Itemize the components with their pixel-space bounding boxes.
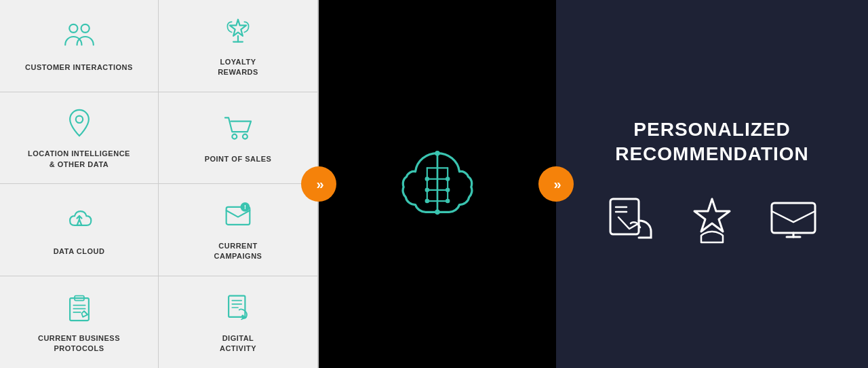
right-arrow-button[interactable]: »: [538, 166, 574, 202]
current-business-protocols-label: CURRENT BUSINESSPROTOCOLS: [38, 333, 120, 354]
svg-rect-50: [772, 203, 815, 233]
svg-point-22: [241, 314, 243, 316]
customer-interactions-label: CUSTOMER INTERACTIONS: [25, 62, 133, 73]
svg-point-2: [75, 116, 82, 123]
svg-point-3: [232, 134, 237, 139]
cell-data-cloud: DATA CLOUD: [0, 184, 159, 276]
swipe-icon: [604, 194, 658, 251]
svg-text:!: !: [244, 204, 246, 210]
middle-panel: »: [319, 0, 556, 368]
digital-activity-label: DIGITALACTIVITY: [220, 333, 256, 354]
cart-icon: [220, 111, 256, 149]
data-cloud-label: DATA CLOUD: [54, 246, 105, 257]
personalized-recommendation-title: PERSONALIZEDRECOMMENDATION: [615, 117, 809, 167]
left-panel: CUSTOMER INTERACTIONS LOYALTYREWARDS LOC…: [0, 0, 319, 368]
left-arrow-button[interactable]: »: [301, 166, 336, 202]
cell-loyalty-rewards: LOYALTYREWARDS: [159, 0, 317, 92]
cell-point-of-sales: POINT OF SALES: [159, 92, 317, 185]
svg-point-46: [435, 210, 440, 215]
cloud-icon: [62, 203, 97, 241]
svg-rect-47: [610, 199, 639, 234]
star-hand-icon: [685, 194, 739, 251]
svg-rect-18: [229, 296, 245, 317]
svg-point-1: [81, 24, 89, 32]
svg-line-17: [83, 311, 87, 314]
digital-icon: [220, 290, 256, 328]
svg-point-44: [446, 199, 450, 204]
cell-customer-interactions: CUSTOMER INTERACTIONS: [0, 0, 159, 92]
svg-point-0: [69, 24, 77, 32]
recommendation-icons: [604, 194, 821, 251]
people-icon: [62, 19, 97, 57]
current-campaigns-label: CURRENTCAMPAIGNS: [214, 241, 262, 262]
svg-point-45: [435, 151, 440, 156]
ai-brain-icon: [393, 139, 481, 229]
trophy-icon: [220, 14, 256, 52]
double-chevron-right-icon: »: [316, 177, 321, 192]
double-chevron-right-icon-2: »: [553, 177, 558, 192]
location-icon: [62, 105, 97, 143]
clipboard-icon: [62, 290, 97, 328]
point-of-sales-label: POINT OF SALES: [205, 154, 272, 164]
cell-location-intelligence: LOCATION INTELLIGENCE& OTHER DATA: [0, 92, 159, 185]
svg-line-6: [79, 219, 81, 225]
location-intelligence-label: LOCATION INTELLIGENCE& OTHER DATA: [28, 149, 130, 170]
cell-current-business-protocols: CURRENT BUSINESSPROTOCOLS: [0, 276, 159, 369]
cell-digital-activity: DIGITALACTIVITY: [159, 276, 317, 369]
loyalty-rewards-label: LOYALTYREWARDS: [218, 57, 258, 78]
svg-point-4: [243, 134, 248, 139]
right-panel: PERSONALIZEDRECOMMENDATION: [556, 0, 868, 368]
cell-current-campaigns: ! CURRENTCAMPAIGNS: [159, 184, 317, 276]
svg-point-34: [425, 199, 430, 204]
email-badge-icon: !: [220, 198, 256, 236]
email-monitor-icon: [766, 194, 821, 251]
